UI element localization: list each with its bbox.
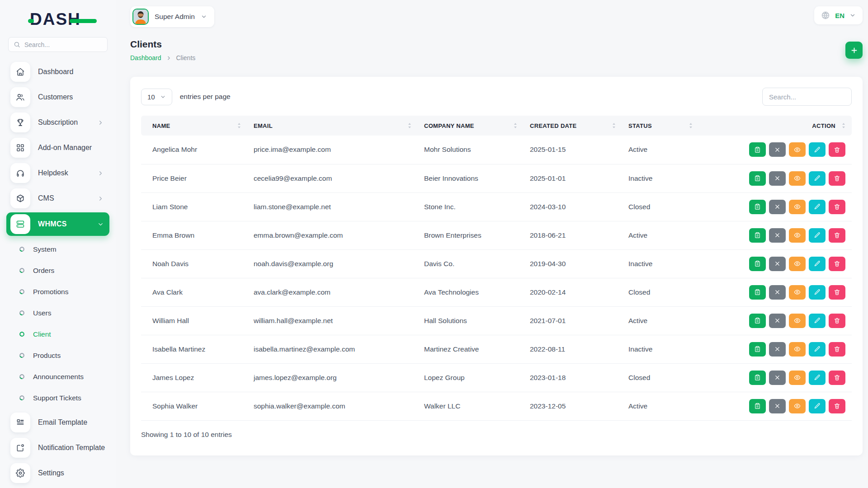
sidebar-subitem-promotions[interactable]: Promotions [6,281,109,302]
edit-button[interactable] [809,171,826,186]
sidebar-item-add-on-manager[interactable]: Add-on Manager [6,135,109,160]
cell-actions [699,335,852,363]
trash-icon [834,232,840,239]
cell-created: 2023-12-05 [524,392,622,420]
page-size-select[interactable]: 10 [141,89,172,105]
delete-button[interactable] [829,399,845,413]
view-button[interactable] [789,285,806,300]
sidebar-item-cms[interactable]: CMS [6,186,109,211]
table-search-input[interactable] [762,88,852,106]
deactivate-button[interactable] [769,228,786,243]
copy-button[interactable] [749,285,766,300]
copy-button[interactable] [749,171,766,186]
delete-button[interactable] [829,371,845,385]
deactivate-button[interactable] [769,399,786,413]
deactivate-button[interactable] [769,285,786,300]
delete-button[interactable] [829,285,845,300]
deactivate-button[interactable] [769,171,786,186]
view-button[interactable] [789,314,806,328]
chevron-right-icon [97,119,104,126]
deactivate-button[interactable] [769,342,786,357]
edit-button[interactable] [809,314,826,328]
delete-button[interactable] [829,171,845,186]
view-button[interactable] [789,142,806,157]
sidebar-subitem-products[interactable]: Products [6,345,109,366]
clients-table-card: 10 entries per page NAMEEMAILCOMPANY NAM… [130,77,863,455]
delete-button[interactable] [829,257,845,271]
clipboard-icon [754,203,761,210]
delete-button[interactable] [829,228,845,243]
deactivate-button[interactable] [769,142,786,157]
sidebar-search [8,37,108,52]
sidebar-item-subscription[interactable]: Subscription [6,110,109,135]
view-button[interactable] [789,371,806,385]
deactivate-button[interactable] [769,371,786,385]
delete-button[interactable] [829,200,845,214]
sidebar-search-input[interactable] [24,41,102,48]
chevron-right-icon [97,195,104,202]
edit-button[interactable] [809,371,826,385]
column-header-name[interactable]: NAME [141,116,247,136]
delete-button[interactable] [829,142,845,157]
column-header-company-name[interactable]: COMPANY NAME [418,116,524,136]
sidebar-item-notification-template[interactable]: Notification Template [6,435,109,460]
edit-button[interactable] [809,399,826,413]
view-button[interactable] [789,171,806,186]
language-dropdown[interactable]: EN [814,6,863,24]
view-button[interactable] [789,228,806,243]
sidebar-subitem-orders[interactable]: Orders [6,260,109,281]
copy-button[interactable] [749,142,766,157]
column-header-created-date[interactable]: CREATED DATE [524,116,622,136]
pencil-icon [814,175,821,182]
deactivate-button[interactable] [769,314,786,328]
column-header-action[interactable]: ACTION [699,116,852,136]
edit-button[interactable] [809,257,826,271]
view-button[interactable] [789,342,806,357]
copy-button[interactable] [749,200,766,214]
edit-button[interactable] [809,228,826,243]
sidebar-item-whmcs[interactable]: WHMCS [6,212,109,236]
clipboard-icon [754,260,761,267]
sidebar-item-email-template[interactable]: Email Template [6,410,109,435]
profile-dropdown[interactable]: Super Admin [130,6,214,27]
copy-button[interactable] [749,228,766,243]
edit-button[interactable] [809,342,826,357]
sidebar-subitem-label: Promotions [33,288,68,296]
sidebar-subitem-announcements[interactable]: Announcements [6,366,109,387]
delete-button[interactable] [829,314,845,328]
copy-button[interactable] [749,314,766,328]
copy-button[interactable] [749,257,766,271]
copy-button[interactable] [749,342,766,357]
view-button[interactable] [789,399,806,413]
delete-button[interactable] [829,342,845,357]
edit-button[interactable] [809,142,826,157]
pencil-icon [814,317,821,324]
cell-created: 2020-02-14 [524,278,622,306]
headphones-icon [10,163,30,183]
sidebar-item-settings[interactable]: Settings [6,460,109,486]
app-logo[interactable]: DASH [30,10,98,29]
view-button[interactable] [789,200,806,214]
table-row: Isabella Martinezisabella.martinez@examp… [141,335,852,363]
deactivate-button[interactable] [769,257,786,271]
edit-button[interactable] [809,200,826,214]
deactivate-button[interactable] [769,200,786,214]
cell-name: Noah Davis [141,249,247,278]
copy-button[interactable] [749,371,766,385]
copy-button[interactable] [749,399,766,413]
sidebar-subitem-support-tickets[interactable]: Support Tickets [6,387,109,408]
sidebar-subitem-client[interactable]: Client [6,324,109,345]
sidebar-subitem-users[interactable]: Users [6,302,109,324]
column-header-email[interactable]: EMAIL [247,116,418,136]
sidebar-item-dashboard[interactable]: Dashboard [6,59,109,84]
edit-button[interactable] [809,285,826,300]
eye-icon [794,289,801,296]
breadcrumb-dashboard-link[interactable]: Dashboard [130,54,161,61]
add-client-button[interactable] [845,42,863,59]
view-button[interactable] [789,257,806,271]
sidebar-item-helpdesk[interactable]: Helpdesk [6,160,109,186]
clipboard-icon [754,374,761,381]
column-header-status[interactable]: STATUS [622,116,699,136]
sidebar-subitem-system[interactable]: System [6,239,109,260]
sidebar-item-customers[interactable]: Customers [6,84,109,110]
